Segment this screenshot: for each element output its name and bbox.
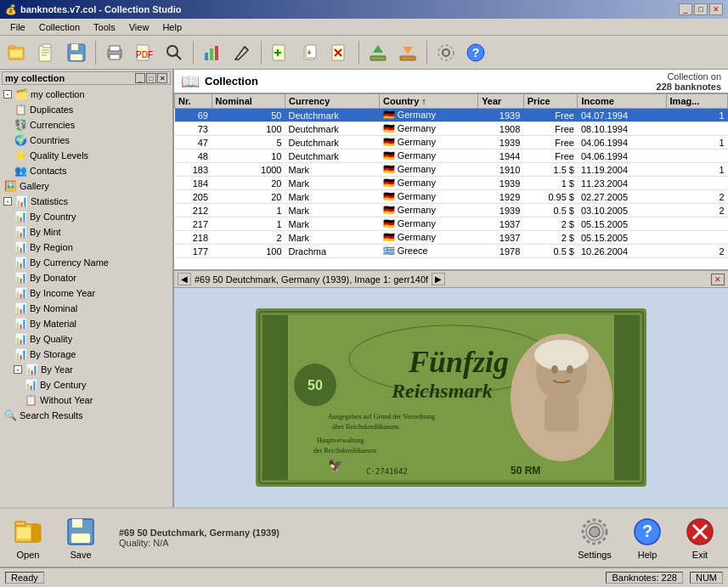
- tree-item-quality-levels[interactable]: ⭐ Quality Levels: [2, 148, 171, 163]
- file-open-button[interactable]: [33, 39, 60, 66]
- by-mint-icon: 📊: [14, 225, 27, 239]
- cell-4: 1939: [478, 136, 524, 150]
- col-images[interactable]: Imag...: [666, 94, 727, 109]
- export-button[interactable]: PDF: [131, 39, 158, 66]
- tree-item-by-nominal[interactable]: 📊 By Nominal: [2, 301, 171, 316]
- record-quality: Quality: N/A: [119, 538, 563, 548]
- tree-item-duplicates[interactable]: 📋 Duplicates: [2, 102, 171, 117]
- cell-3: 🇩🇪 Germany: [380, 190, 478, 204]
- sidebar-header: my collection _ □ ✕: [2, 71, 171, 85]
- table-area[interactable]: Nr. Nominal Currency Country ↑ Year Pric…: [174, 93, 728, 269]
- cell-4: 1939: [478, 204, 524, 217]
- table-row[interactable]: 73100Deutchmark🇩🇪 Germany1908Free08.10.1…: [175, 122, 728, 136]
- help-bottom-button[interactable]: ? Help: [626, 516, 669, 560]
- preview-close-button[interactable]: ✕: [711, 274, 725, 285]
- search-button[interactable]: [161, 39, 188, 66]
- duplicates-icon: 📋: [14, 103, 27, 116]
- new-record-button[interactable]: [267, 39, 294, 66]
- tree-item-by-century[interactable]: 📊 By Century: [2, 377, 171, 392]
- expand-statistics[interactable]: -: [3, 197, 12, 206]
- tree-item-by-storage[interactable]: 📊 By Storage: [2, 347, 171, 362]
- preview-scroll-right[interactable]: ▶: [432, 273, 445, 285]
- settings-bottom-button[interactable]: Settings: [573, 516, 616, 560]
- open-collection-button[interactable]: [3, 39, 31, 66]
- tree-item-contacts[interactable]: 👥 Contacts: [2, 163, 171, 178]
- menu-tools[interactable]: Tools: [87, 21, 122, 33]
- tree-item-by-country[interactable]: 📊 By Country: [2, 209, 171, 224]
- cell-6: 11.23.2004: [578, 177, 666, 190]
- svg-text:50: 50: [308, 378, 323, 392]
- svg-rect-30: [370, 56, 386, 60]
- tree-item-by-income-year[interactable]: 📊 By Income Year: [2, 285, 171, 301]
- svg-rect-42: [614, 315, 640, 480]
- sep5: [426, 41, 427, 65]
- sep3: [261, 41, 262, 65]
- menu-view[interactable]: View: [122, 21, 156, 33]
- save-bottom-button[interactable]: Save: [59, 516, 102, 560]
- table-row[interactable]: 2182Mark🇩🇪 Germany19372 $05.15.2005: [175, 231, 728, 245]
- tree-item-by-region[interactable]: 📊 By Region: [2, 240, 171, 255]
- sidebar-restore-button[interactable]: □: [146, 73, 156, 83]
- tree-item-my-collection[interactable]: - 🗂️ my collection: [2, 87, 171, 102]
- cell-1: 1000: [212, 163, 285, 177]
- table-row[interactable]: 4810Deutchmark🇩🇪 Germany1944Free04.06.19…: [175, 150, 728, 163]
- col-income[interactable]: Income: [578, 94, 666, 109]
- maximize-button[interactable]: □: [694, 3, 708, 15]
- col-nominal[interactable]: Nominal: [212, 94, 285, 109]
- expand-my-collection[interactable]: -: [3, 90, 12, 99]
- expand-by-year[interactable]: -: [14, 365, 22, 374]
- duplicate-button[interactable]: [296, 39, 324, 66]
- cell-4: 1910: [478, 163, 524, 177]
- delete-button[interactable]: [326, 39, 353, 66]
- table-row[interactable]: 177100Drachma🇬🇷 Greece19780.5 $10.26.200…: [175, 245, 728, 258]
- settings-icon: [579, 516, 610, 547]
- close-button[interactable]: ✕: [709, 3, 723, 15]
- save-button[interactable]: [63, 39, 90, 66]
- col-country[interactable]: Country ↑: [380, 94, 478, 109]
- tree-item-by-material[interactable]: 📊 By Material: [2, 316, 171, 331]
- preview-scroll-left[interactable]: ◀: [178, 273, 191, 285]
- svg-rect-2: [10, 50, 22, 57]
- table-row[interactable]: 6950Deutchmark🇩🇪 Germany1939Free04.07.19…: [175, 109, 728, 122]
- tree-item-by-currency-name[interactable]: 📊 By Currency Name: [2, 255, 171, 270]
- menu-file[interactable]: File: [3, 21, 32, 33]
- col-currency[interactable]: Currency: [285, 94, 380, 109]
- table-row[interactable]: 20520Mark🇩🇪 Germany19290.95 $02.27.20052: [175, 190, 728, 204]
- menu-help[interactable]: Help: [155, 21, 189, 33]
- table-row[interactable]: 18420Mark🇩🇪 Germany19391 $11.23.2004: [175, 177, 728, 190]
- currencies-icon: 💱: [14, 118, 27, 132]
- table-row[interactable]: 1831000Mark🇩🇪 Germany19101.5 $11.19.2004…: [175, 163, 728, 177]
- exit-button[interactable]: Exit: [679, 516, 721, 560]
- tree-item-by-quality[interactable]: 📊 By Quality: [2, 331, 171, 347]
- col-nr[interactable]: Nr.: [175, 94, 212, 109]
- col-price[interactable]: Price: [523, 94, 578, 109]
- help-button[interactable]: ?: [462, 39, 489, 66]
- menu-collection[interactable]: Collection: [32, 21, 87, 33]
- table-row[interactable]: 2171Mark🇩🇪 Germany19372 $05.15.2005: [175, 217, 728, 231]
- sidebar-minimize-button[interactable]: _: [135, 73, 145, 83]
- upload-button[interactable]: [364, 39, 392, 66]
- edit-button[interactable]: [229, 39, 256, 66]
- tree-item-countries[interactable]: 🌍 Countries: [2, 133, 171, 148]
- download-button[interactable]: [394, 39, 421, 66]
- table-row[interactable]: 475Deutchmark🇩🇪 Germany1939Free04.06.199…: [175, 136, 728, 150]
- tree-item-by-donator[interactable]: 📊 By Donator: [2, 270, 171, 285]
- tree-item-by-mint[interactable]: 📊 By Mint: [2, 224, 171, 240]
- tree-label-by-storage: By Storage: [30, 349, 76, 359]
- chart-button[interactable]: [199, 39, 226, 66]
- tree-item-currencies[interactable]: 💱 Currencies: [2, 117, 171, 133]
- open-button[interactable]: Open: [7, 516, 49, 560]
- cell-6: 02.27.2005: [578, 190, 666, 204]
- cell-0: 218: [175, 231, 212, 245]
- tree-item-by-year[interactable]: - 📊 By Year: [2, 362, 171, 377]
- minimize-button[interactable]: _: [679, 3, 692, 15]
- settings-button[interactable]: [432, 39, 460, 66]
- tree-item-gallery[interactable]: 🖼️ Gallery: [2, 178, 171, 194]
- tree-item-statistics[interactable]: - 📊 Statistics: [2, 194, 171, 209]
- col-year[interactable]: Year: [478, 94, 524, 109]
- sidebar-close-button[interactable]: ✕: [157, 73, 167, 83]
- tree-item-search-results[interactable]: 🔍 Search Results: [2, 408, 171, 423]
- table-row[interactable]: 2121Mark🇩🇪 Germany19390.5 $03.10.20052: [175, 204, 728, 217]
- tree-item-without-year[interactable]: 📋 Without Year: [2, 392, 171, 408]
- print-button[interactable]: [101, 39, 128, 66]
